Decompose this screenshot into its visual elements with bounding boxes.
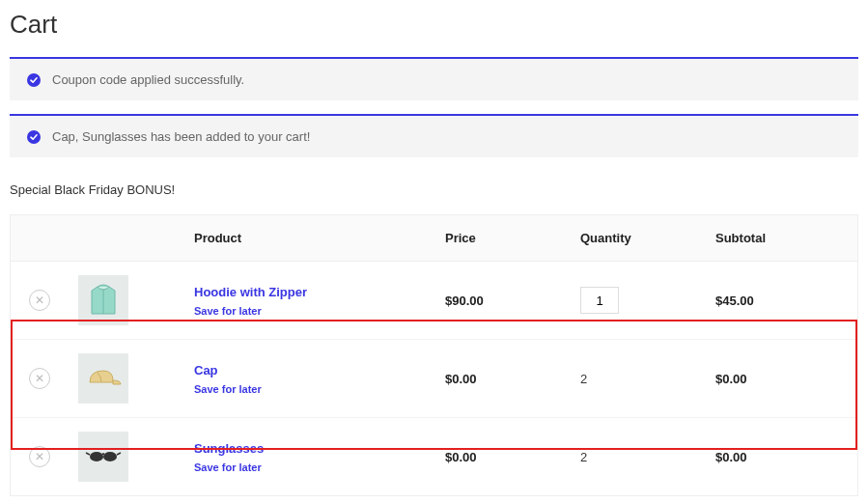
svg-point-1: [27, 130, 41, 144]
cap-icon: [84, 359, 123, 398]
product-link[interactable]: Hoodie with Zipper: [194, 285, 307, 299]
remove-button[interactable]: ✕: [29, 446, 50, 467]
save-for-later-link[interactable]: Save for later: [194, 383, 426, 395]
col-header-qty: Quantity: [571, 215, 706, 262]
col-header-subtotal: Subtotal: [706, 215, 857, 262]
product-thumbnail[interactable]: [78, 353, 128, 404]
product-thumbnail[interactable]: [78, 275, 128, 325]
page-title: Cart: [0, 0, 868, 57]
subtotal-value: $0.00: [715, 450, 747, 464]
product-link[interactable]: Cap: [194, 363, 218, 377]
remove-button[interactable]: ✕: [29, 368, 50, 389]
alert-text: Cap, Sunglasses has been added to your c…: [52, 129, 310, 144]
close-icon: ✕: [35, 451, 44, 462]
cart-table: Product Price Quantity Subtotal ✕: [11, 215, 857, 495]
quantity-input[interactable]: [580, 287, 619, 314]
close-icon: ✕: [35, 294, 44, 306]
subtotal-value: $0.00: [715, 372, 747, 386]
check-circle-icon: [27, 130, 41, 144]
save-for-later-link[interactable]: Save for later: [194, 461, 426, 473]
col-header-product: Product: [184, 215, 435, 262]
alert-coupon-applied: Coupon code applied successfully.: [10, 57, 858, 100]
svg-point-2: [90, 452, 103, 461]
product-link[interactable]: Sunglasses: [194, 441, 264, 456]
price-value: $0.00: [445, 450, 477, 464]
table-row: ✕ Cap Save for later $0: [11, 340, 857, 418]
product-thumbnail[interactable]: [78, 432, 128, 482]
col-header-price: Price: [435, 215, 571, 262]
table-row: ✕ Hoodie with Zipper Save for later: [11, 262, 857, 340]
table-row: ✕ Sunglasses: [11, 418, 857, 496]
alert-text: Coupon code applied successfully.: [52, 72, 244, 87]
quantity-value: 2: [580, 372, 587, 386]
sunglasses-icon: [84, 437, 123, 476]
quantity-value: 2: [580, 450, 587, 464]
remove-button[interactable]: ✕: [29, 290, 50, 311]
save-for-later-link[interactable]: Save for later: [194, 305, 426, 317]
svg-point-0: [27, 73, 41, 87]
bonus-text: Special Black Friday BONUS!: [10, 182, 858, 197]
subtotal-value: $45.00: [715, 293, 754, 308]
hoodie-icon: [84, 281, 123, 320]
check-circle-icon: [27, 73, 41, 87]
price-value: $90.00: [445, 293, 484, 308]
price-value: $0.00: [445, 372, 477, 386]
svg-point-3: [103, 452, 117, 461]
close-icon: ✕: [35, 373, 44, 384]
cart-table-wrap: Product Price Quantity Subtotal ✕: [10, 214, 858, 496]
alert-items-added: Cap, Sunglasses has been added to your c…: [10, 114, 858, 157]
